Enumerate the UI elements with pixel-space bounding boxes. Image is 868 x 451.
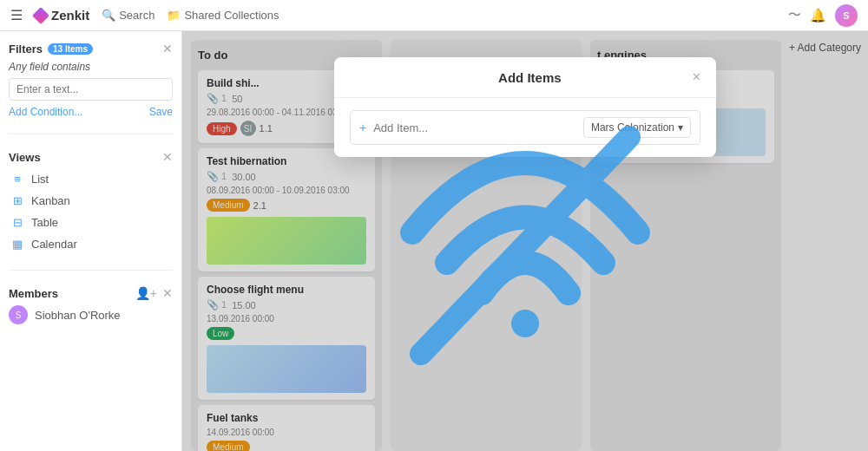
add-item-row: + Mars Colonization ▾ <box>350 110 700 145</box>
member-item: S Siobhan O'Rorke <box>9 305 173 324</box>
table-icon: ⊟ <box>10 216 24 229</box>
member-avatar: S <box>9 305 28 324</box>
modal-overlay: Add Items × + Mars Colonization ▾ <box>182 31 868 451</box>
shared-collections-icon: 📁 <box>167 9 181 22</box>
members-close-icon[interactable]: ✕ <box>162 286 173 300</box>
topnav-search[interactable]: 🔍 Search <box>102 9 155 22</box>
divider-1 <box>9 134 173 134</box>
brand-diamond-icon <box>32 7 49 24</box>
add-item-plus-icon: + <box>359 121 366 134</box>
filters-title: Filters 13 Items <box>9 42 93 56</box>
chevron-down-icon: ▾ <box>678 121 683 134</box>
topnav: ☰ Zenkit 🔍 Search 📁 Shared Collections 〜… <box>0 0 868 31</box>
collection-label: Mars Colonization <box>591 121 674 134</box>
modal-header: Add Items × <box>334 57 716 98</box>
shared-collections-label: Shared Collections <box>184 9 279 22</box>
filter-save-button[interactable]: Save <box>149 106 173 118</box>
members-section: Members 👤+ ✕ S Siobhan O'Rorke <box>9 286 173 324</box>
view-calendar-label: Calendar <box>31 238 77 251</box>
view-list-label: List <box>31 173 49 186</box>
filter-text-input[interactable] <box>9 78 173 101</box>
topnav-left: ☰ Zenkit 🔍 Search 📁 Shared Collections <box>10 7 279 23</box>
hamburger-icon[interactable]: ☰ <box>10 7 23 23</box>
brand: Zenkit <box>35 8 89 23</box>
view-table-label: Table <box>31 216 58 229</box>
views-close-icon[interactable]: ✕ <box>162 150 173 164</box>
views-title: Views <box>9 151 41 164</box>
members-title: Members <box>9 287 58 300</box>
content-area: + Add Category To do Build shi... 📎 1 50… <box>182 31 868 451</box>
filter-condition-label: Any field contains <box>9 61 173 73</box>
main-layout: Filters 13 Items ✕ Any field contains Ad… <box>0 31 868 451</box>
add-item-input[interactable] <box>373 121 576 134</box>
views-section: Views ✕ ≡ List ⊞ Kanban ⊟ Table ▦ <box>9 150 173 254</box>
filters-section: Filters 13 Items ✕ Any field contains Ad… <box>9 42 173 118</box>
members-header-icons: 👤+ ✕ <box>135 286 173 300</box>
avatar[interactable]: S <box>835 4 858 27</box>
add-condition-button[interactable]: Add Condition... <box>9 106 82 118</box>
topnav-shared-collections[interactable]: 📁 Shared Collections <box>167 9 279 22</box>
search-icon: 🔍 <box>102 9 115 22</box>
sidebar-item-calendar[interactable]: ▦ Calendar <box>9 234 173 254</box>
members-header: Members 👤+ ✕ <box>9 286 173 300</box>
search-label: Search <box>119 9 155 22</box>
brand-label: Zenkit <box>51 8 89 23</box>
list-icon: ≡ <box>10 173 24 186</box>
sidebar: Filters 13 Items ✕ Any field contains Ad… <box>0 31 182 451</box>
member-name: Siobhan O'Rorke <box>35 309 121 322</box>
sidebar-item-table[interactable]: ⊟ Table <box>9 212 173 232</box>
calendar-icon: ▦ <box>10 238 24 251</box>
divider-2 <box>9 270 173 271</box>
view-kanban-label: Kanban <box>31 194 70 207</box>
activity-icon[interactable]: 〜 <box>788 7 801 23</box>
modal-body: + Mars Colonization ▾ <box>334 98 716 157</box>
modal-title: Add Items <box>367 70 693 85</box>
sidebar-item-list[interactable]: ≡ List <box>9 169 173 189</box>
views-list: ≡ List ⊞ Kanban ⊟ Table ▦ Calendar <box>9 169 173 254</box>
kanban-icon: ⊞ <box>10 194 24 207</box>
topnav-right: 〜 🔔 S <box>788 4 858 27</box>
views-header: Views ✕ <box>9 150 173 164</box>
filters-close-icon[interactable]: ✕ <box>162 42 173 56</box>
filters-badge: 13 Items <box>48 43 93 55</box>
bell-icon[interactable]: 🔔 <box>810 8 826 23</box>
sidebar-item-kanban[interactable]: ⊞ Kanban <box>9 191 173 211</box>
filters-header: Filters 13 Items ✕ <box>9 42 173 56</box>
add-items-modal: Add Items × + Mars Colonization ▾ <box>334 57 716 157</box>
modal-close-button[interactable]: × <box>693 69 700 85</box>
add-member-icon[interactable]: 👤+ <box>135 286 157 300</box>
filter-actions: Add Condition... Save <box>9 106 173 118</box>
collection-selector[interactable]: Mars Colonization ▾ <box>583 117 691 138</box>
